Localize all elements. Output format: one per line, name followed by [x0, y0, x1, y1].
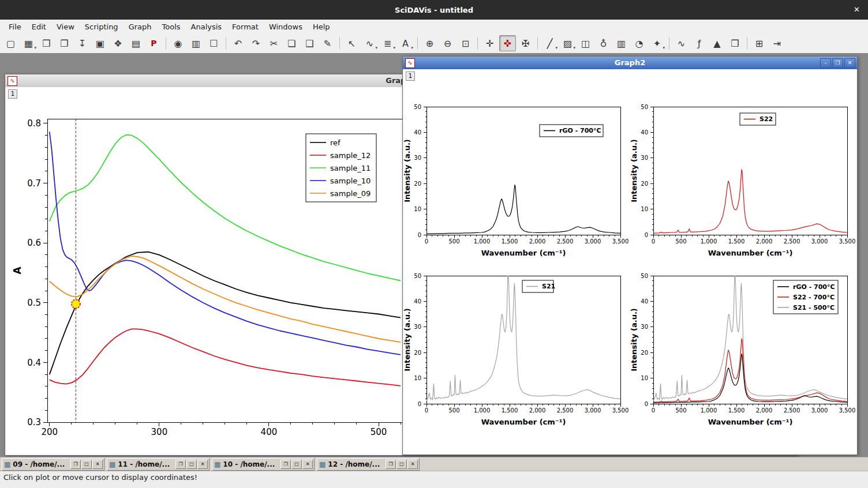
- close-button[interactable]: ✕: [92, 460, 103, 469]
- restore-button[interactable]: ❐: [70, 460, 81, 469]
- cut-icon: ✂: [270, 38, 278, 49]
- maximize-button[interactable]: □: [186, 460, 197, 469]
- menu-edit[interactable]: Edit: [27, 21, 51, 33]
- pointer-button[interactable]: ↖: [343, 35, 360, 51]
- svg-text:500: 500: [675, 238, 686, 245]
- close-button[interactable]: ✕: [197, 460, 208, 469]
- minimize-button[interactable]: –: [820, 58, 831, 68]
- save-project-button[interactable]: ▣: [92, 35, 108, 51]
- raman-panel-rgo[interactable]: 05001,0001,5002,0002,5003,0003,500010203…: [403, 95, 630, 264]
- redo-button[interactable]: ↷: [248, 35, 264, 51]
- menu-format[interactable]: Format: [227, 21, 264, 33]
- bar-plot-button[interactable]: ▥: [613, 35, 630, 51]
- zoom-out-button[interactable]: ⊖: [439, 35, 456, 51]
- close-button[interactable]: ✕: [844, 58, 855, 68]
- menu-tools[interactable]: Tools: [157, 21, 186, 33]
- plot3d-button[interactable]: ♁: [595, 35, 612, 51]
- svg-text:1,500: 1,500: [728, 407, 745, 414]
- graph-window-icon: ∿: [405, 58, 415, 68]
- menu-graph[interactable]: Graph: [124, 21, 157, 33]
- move-data-button[interactable]: ✛: [481, 35, 498, 51]
- maximize-button[interactable]: □: [291, 460, 302, 469]
- copy-button[interactable]: ❏: [283, 35, 300, 51]
- table-options-button[interactable]: ⊞: [751, 35, 768, 51]
- restore-button[interactable]: ❐: [386, 460, 396, 469]
- save-all-button[interactable]: ❖: [110, 35, 126, 51]
- annotate-button[interactable]: ✎: [319, 35, 336, 51]
- print-preview-button[interactable]: ◉: [170, 35, 186, 51]
- rescale-button[interactable]: ⊡: [457, 35, 474, 51]
- toolbar-separator: [226, 37, 226, 50]
- undo-button[interactable]: ↶: [230, 35, 246, 51]
- svg-text:500: 500: [448, 407, 459, 414]
- raman-panel-combined[interactable]: 05001,0001,5002,0002,5003,0003,500010203…: [630, 264, 856, 433]
- svg-text:0: 0: [425, 407, 428, 414]
- save-project-icon: ▣: [96, 38, 104, 49]
- raman-panel-s21[interactable]: 05001,0001,5002,0002,5003,0003,500010203…: [403, 264, 630, 433]
- restore-button[interactable]: ❐: [832, 58, 843, 68]
- cut-button[interactable]: ✂: [265, 35, 282, 51]
- open-template-button[interactable]: ❐: [56, 35, 73, 51]
- new-graph-button[interactable]: ∿: [673, 35, 690, 51]
- new-matrix-button[interactable]: ▥: [188, 35, 204, 51]
- magic-plot-button[interactable]: ✦▾: [649, 35, 665, 51]
- add-text-button[interactable]: A▾: [397, 35, 414, 51]
- raman-panel-s22[interactable]: 05001,0001,5002,0002,5003,0003,500010203…: [630, 95, 856, 264]
- select-range-button[interactable]: ✠: [517, 35, 534, 51]
- zoom-in-icon: ⊕: [426, 38, 433, 49]
- graph2-titlebar[interactable]: ∿ Graph2 –❐✕: [403, 57, 857, 69]
- paste-button[interactable]: ❑: [301, 35, 318, 51]
- new-function-button[interactable]: ƒ: [691, 35, 708, 51]
- import-ascii-button[interactable]: ↧: [74, 35, 91, 51]
- statusbar: Click on plot or move cursor to display …: [0, 471, 868, 488]
- menu-file[interactable]: File: [3, 21, 27, 33]
- table-icon: ▦: [214, 460, 220, 468]
- zoom-in-button[interactable]: ⊕: [421, 35, 438, 51]
- graph2-title: Graph2: [403, 58, 857, 67]
- menu-view[interactable]: View: [51, 21, 80, 33]
- close-button[interactable]: ✕: [407, 460, 418, 469]
- dropdown-caret-icon: ▾: [663, 46, 665, 50]
- restore-button[interactable]: ❐: [175, 460, 186, 469]
- svg-text:A: A: [12, 266, 23, 275]
- pie-plot-button[interactable]: ◔: [631, 35, 648, 51]
- svg-text:Wavenumber (cm⁻¹): Wavenumber (cm⁻¹): [708, 249, 793, 257]
- window-tab[interactable]: ▦10 - /home/...❐□✕: [212, 458, 315, 471]
- add-column-button[interactable]: ⇥: [769, 35, 785, 51]
- menu-windows[interactable]: Windows: [264, 21, 308, 33]
- draw-line-button[interactable]: ╱▾: [541, 35, 558, 51]
- print-button[interactable]: ▤: [128, 35, 144, 51]
- close-icon[interactable]: ✕: [854, 5, 860, 14]
- maximize-button[interactable]: □: [81, 460, 92, 469]
- window-tab[interactable]: ▦09 - /home/...❐□✕: [2, 458, 104, 471]
- plot-wizard-button[interactable]: ▲: [709, 35, 725, 51]
- lock-button[interactable]: ☐: [205, 35, 222, 51]
- window-tab[interactable]: ▦11 - /home/...❐□✕: [107, 458, 209, 471]
- layer-style-button[interactable]: ≣▾: [379, 35, 396, 51]
- lock-icon: ☐: [209, 38, 218, 49]
- open-project-button[interactable]: ❒: [38, 35, 55, 51]
- menu-help[interactable]: Help: [308, 21, 335, 33]
- export-pdf-button[interactable]: P: [145, 35, 162, 51]
- copy-icon: ❏: [287, 38, 295, 49]
- close-button[interactable]: ✕: [302, 460, 313, 469]
- duplicate-button[interactable]: ❒: [727, 35, 743, 51]
- menu-scripting[interactable]: Scripting: [80, 21, 124, 33]
- svg-text:Intensity (a.u.): Intensity (a.u.): [630, 308, 638, 371]
- new-note-button[interactable]: ▢: [2, 35, 19, 51]
- layer-button[interactable]: 1: [8, 89, 17, 99]
- pie-plot-icon: ◔: [635, 38, 643, 49]
- data-reader-button[interactable]: ✜: [499, 35, 516, 51]
- new-table-button[interactable]: ▦▾: [20, 35, 37, 51]
- maximize-button[interactable]: □: [396, 460, 407, 469]
- fill-color-button[interactable]: ▨▾: [559, 35, 576, 51]
- menu-analysis[interactable]: Analysis: [186, 21, 227, 33]
- app-titlebar[interactable]: SciDAVis - untitled ✕: [0, 0, 868, 20]
- graph2-window[interactable]: ∿ Graph2 –❐✕ 1 05001,0001,5002,0002,5003…: [402, 56, 858, 455]
- curve-style-button[interactable]: ∿▾: [361, 35, 378, 51]
- restore-button[interactable]: ❐: [280, 460, 291, 469]
- toolbar-separator: [339, 37, 340, 50]
- window-tab[interactable]: ▦12 - /home/...❐□✕: [317, 458, 420, 471]
- layer-button[interactable]: 1: [406, 72, 415, 81]
- add-image-button[interactable]: ◫: [577, 35, 594, 51]
